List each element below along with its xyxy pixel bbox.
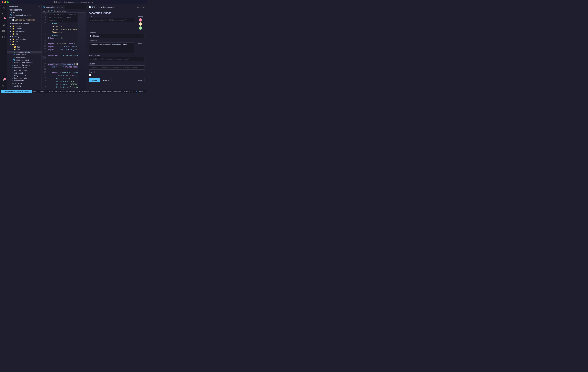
sidebar-folder-utils[interactable]: ▾ 📁utils	[7, 48, 42, 51]
code-editor: 7891011 1213141516 1718192021 18 1920212…	[42, 13, 86, 90]
code-line: TextEditor,	[48, 25, 78, 28]
run-debug-activity-icon[interactable]	[1, 23, 6, 28]
cancel-button[interactable]: Cancel	[101, 78, 112, 82]
sidebar-file-comment-lens[interactable]: TS comment-lens-provider.ts	[7, 61, 42, 64]
sidebar-folder-test[interactable]: ▶ 📁test	[7, 46, 42, 48]
status-bitbucket[interactable]: ⛁ Bitbucket: Carsten Rösnick-Neugebauer	[90, 90, 123, 93]
sidebar-header: EXPLORER ···	[7, 4, 42, 8]
priority-high-dot[interactable]	[139, 18, 142, 21]
sidebar-file-import-factory[interactable]: TS import-factory.ts	[7, 77, 42, 80]
sidebar-more-icon[interactable]: ···	[38, 6, 40, 7]
panel-body: Title Priority Category Best Practices	[86, 15, 147, 78]
category-select[interactable]: Best Practices Bug Security Performance …	[89, 34, 145, 38]
settings-activity-icon[interactable]	[1, 83, 6, 89]
sidebar-folder-src[interactable]: ▾ 📁src	[7, 43, 42, 46]
sidebar-file-workspace-util[interactable]: TS workspace-util.ts	[7, 59, 42, 61]
tab-decoration-utils[interactable]: TS decoration-utils.ts ✕	[42, 5, 65, 9]
status-bar: ⎇ feature/simplify-review-file-selection…	[0, 90, 147, 93]
sidebar-file-extension[interactable]: TS extension.ts	[7, 72, 42, 74]
editor-more-icon[interactable]: ···	[82, 6, 86, 8]
solved-field-group: Solved?	[89, 71, 145, 76]
project-section: ▾ VSCODE-CODE-REVIEW ▶ 📁.github ▶ 📁.vsco…	[7, 22, 42, 87]
title-field-group: Title	[89, 15, 134, 22]
error-icon: ⊘	[124, 90, 125, 92]
svg-point-0	[2, 13, 4, 14]
delete-button[interactable]: Delete	[134, 78, 145, 82]
panel-run-icon[interactable]: ▷	[137, 6, 139, 8]
solved-label: Solved?	[89, 71, 145, 73]
status-python[interactable]: Python 3.9.7 64-bit	[32, 90, 47, 93]
search-activity-icon[interactable]	[1, 11, 6, 17]
maximize-button[interactable]	[7, 1, 9, 3]
sidebar-folder-vscode-test[interactable]: ▶ 📁.vscode-test	[7, 30, 42, 33]
code-line: import { CsvEntry } from '../model';	[48, 42, 78, 45]
status-live-share[interactable]: ↗ Live Share	[144, 90, 147, 93]
status-jira[interactable]: ◈ Jira: Carsten Rösnick-Neugebauer	[47, 90, 76, 93]
sidebar-file-storage-utils[interactable]: TS storage-utils.ts	[7, 56, 42, 59]
category-field-group: Category Best Practices Bug Security Per…	[89, 31, 145, 38]
sidebar-file-interfaces[interactable]: TS interfaces.ts	[7, 80, 42, 82]
titlebar: Edit code review comment — vscode-code-r…	[0, 0, 147, 4]
sidebar-folder-node-modules[interactable]: ▶ 📁node_modules	[7, 38, 42, 40]
sidebar-file-editor-utils[interactable]: TS editor-utils.ts	[7, 53, 42, 56]
open-editor-review-comment[interactable]: ✕ 📄 Edit code review comment	[7, 19, 42, 21]
open-editors-toggle[interactable]: ▾ OPEN EDITORS	[7, 8, 42, 11]
open-editor-decoration-utils[interactable]: TS decoration-utils.ts src/utils	[7, 14, 42, 16]
code-line: dark: {	[48, 89, 78, 90]
group2-label: GROUP 2	[7, 16, 42, 19]
solved-checkbox[interactable]	[89, 74, 91, 76]
code-line: ThemeColor,	[48, 31, 78, 34]
extensions-activity-icon[interactable]	[1, 29, 6, 34]
update-button[interactable]: Update	[89, 78, 100, 82]
status-no-issue[interactable]: › No active issue	[76, 90, 90, 93]
minimap	[78, 13, 86, 90]
panel-more-icon[interactable]: ···	[140, 6, 142, 8]
sidebar-folder-images[interactable]: ▶ 🖼images	[7, 35, 42, 38]
jira-icon: ◈	[49, 90, 50, 92]
sidebar-file-model-ts[interactable]: TS model.ts	[7, 85, 42, 87]
sidebar-file-comment-list[interactable]: TS comment-list-entry.ts	[7, 64, 42, 67]
sidebar-folder-github[interactable]: ▶ 📁.github	[7, 25, 42, 28]
sidebar-folder-out[interactable]: ▶ 📁out	[7, 40, 42, 43]
private-group: Private	[136, 43, 145, 45]
svg-point-13	[3, 79, 4, 80]
bitbucket-icon: ⛁	[91, 90, 93, 92]
outline-toggle[interactable]: ▶ OUTLINE	[7, 89, 42, 90]
svg-point-4	[3, 20, 3, 21]
svg-rect-9	[2, 31, 3, 32]
priority-low-dot[interactable]	[139, 26, 142, 30]
git-activity-icon[interactable]	[1, 34, 6, 40]
panel-close-button[interactable]: ✕	[143, 6, 145, 9]
description-textarea[interactable]: Should we use the singular `Decoration` …	[89, 42, 134, 53]
sidebar-file-model-md[interactable]: MD model.md	[7, 82, 42, 85]
tab-close-icon[interactable]: ✕	[61, 6, 63, 8]
source-control-activity-icon[interactable]: 1	[1, 17, 6, 22]
sidebar-folder-dist[interactable]: ▶ 📁dist	[7, 33, 42, 35]
sidebar-file-export-factory[interactable]: TS export-factory.ts	[7, 69, 42, 72]
live-share-icon: ↗	[146, 90, 147, 92]
project-toggle[interactable]: ▾ VSCODE-CODE-REVIEW	[7, 22, 42, 25]
status-errors[interactable]: ⊘ 0 ⚠ 0 ℹ 1	[123, 90, 134, 93]
sidebar-folder-vscode[interactable]: ▶ 📁.vscode	[7, 28, 42, 30]
category-label: Category	[89, 31, 145, 33]
title-input[interactable]	[89, 18, 134, 22]
main-layout: ⎘ 1 1 EXPLORER ···	[0, 4, 147, 90]
code-line: Range,	[48, 22, 78, 25]
close-icon[interactable]: ✕	[10, 19, 11, 21]
solution-input[interactable]	[89, 65, 145, 70]
sidebar-file-decoration-utils[interactable]: TS decoration-utils.ts	[7, 51, 42, 53]
sidebar-file-file-generator[interactable]: TS file-generator.ts	[7, 74, 42, 77]
sidebar-file-comment-view[interactable]: TS comment-view.ts	[7, 67, 42, 69]
code-line: borderColor: '#0f0f0f',	[48, 83, 78, 86]
code-line: constructor(private readonly context: Ex…	[48, 66, 78, 69]
account-activity-icon[interactable]: 1	[1, 78, 6, 83]
explorer-activity-icon[interactable]: ⎘	[1, 6, 6, 11]
priority-group: Priority	[136, 15, 145, 30]
additional-info-input[interactable]	[89, 57, 145, 61]
code-content[interactable]: You, a month ago | 2 authors (You and ot…	[47, 13, 78, 90]
priority-medium-dot[interactable]	[139, 22, 142, 26]
minimize-button[interactable]	[4, 1, 6, 3]
status-user[interactable]: 👤 Carsten	[134, 90, 145, 93]
close-button[interactable]	[2, 1, 3, 3]
status-git-branch[interactable]: ⎇ feature/simplify-review-file-selection…	[1, 90, 32, 93]
